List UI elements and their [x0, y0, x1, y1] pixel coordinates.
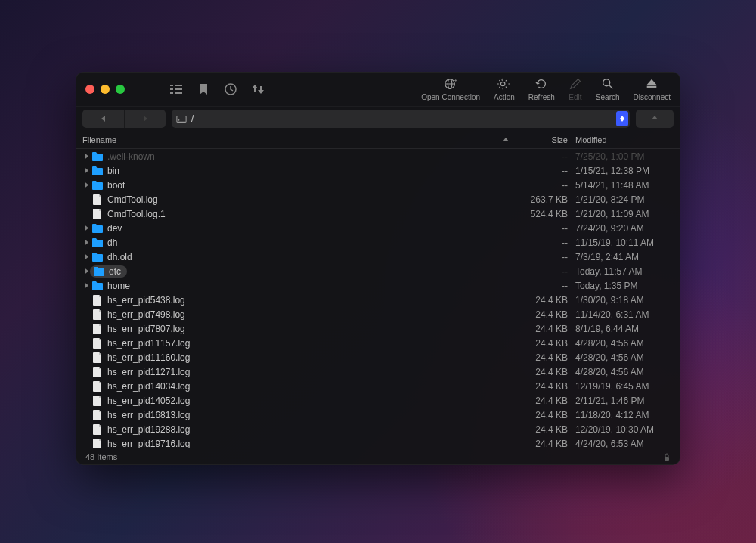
- pencil-icon: [569, 77, 582, 91]
- svg-rect-2: [170, 88, 173, 90]
- minimize-button[interactable]: [101, 85, 110, 94]
- disclosure-triangle[interactable]: [82, 168, 90, 173]
- disclosure-triangle[interactable]: [82, 268, 90, 274]
- drive-icon: [176, 113, 187, 124]
- disclosure-triangle[interactable]: [82, 254, 90, 259]
- svg-rect-15: [177, 116, 186, 123]
- svg-rect-4: [170, 92, 173, 94]
- file-row[interactable]: hs_err_pid14052.log24.4 KB2/11/21, 1:46 …: [76, 393, 680, 408]
- file-row[interactable]: hs_err_pid5438.log24.4 KB1/30/20, 9:18 A…: [76, 293, 680, 307]
- file-row[interactable]: home--Today, 1:35 PM: [76, 278, 680, 293]
- edit-label: Edit: [569, 93, 581, 101]
- navbar: /: [76, 107, 680, 131]
- file-row[interactable]: hs_err_pid7498.log24.4 KB11/14/20, 6:31 …: [76, 307, 680, 321]
- file-name: hs_err_pid7498.log: [107, 309, 185, 320]
- disclosure-triangle[interactable]: [82, 225, 90, 231]
- file-size: 24.4 KB: [515, 324, 575, 334]
- file-modified: 1/21/20, 8:24 PM: [575, 194, 674, 205]
- outline-view-icon[interactable]: [170, 83, 182, 95]
- search-button[interactable]: Search: [596, 77, 620, 101]
- up-button[interactable]: [636, 110, 674, 128]
- file-row[interactable]: dh.old--7/3/19, 2:41 AM: [76, 250, 680, 264]
- file-name: .well-known: [107, 151, 155, 162]
- column-size[interactable]: Size: [515, 135, 575, 144]
- file-row[interactable]: CmdTool.log263.7 KB1/21/20, 8:24 PM: [76, 192, 680, 206]
- svg-rect-5: [175, 92, 182, 94]
- file-modified: 12/20/19, 10:30 AM: [575, 424, 674, 435]
- file-modified: 11/14/20, 6:31 AM: [575, 309, 674, 320]
- open-connection-button[interactable]: + Open Connection: [421, 77, 480, 101]
- file-size: 24.4 KB: [515, 381, 575, 392]
- bookmarks-icon[interactable]: [197, 83, 209, 95]
- file-size: --: [515, 223, 575, 234]
- file-name: hs_err_pid11157.log: [107, 338, 190, 349]
- path-dropdown[interactable]: [616, 111, 628, 126]
- file-modified: 11/18/20, 4:12 AM: [575, 410, 674, 420]
- file-modified: 4/28/20, 4:56 AM: [575, 352, 674, 363]
- file-row[interactable]: hs_err_pid19716.log24.4 KB4/24/20, 6:53 …: [76, 436, 680, 448]
- edit-button: Edit: [569, 77, 582, 101]
- file-name: home: [107, 281, 130, 291]
- file-row[interactable]: hs_err_pid11160.log24.4 KB4/28/20, 4:56 …: [76, 350, 680, 365]
- back-button[interactable]: [82, 110, 124, 128]
- close-button[interactable]: [85, 85, 94, 94]
- column-modified[interactable]: Modified: [575, 135, 674, 144]
- path-text: /: [191, 113, 194, 124]
- file-row[interactable]: dev--7/24/20, 9:20 AM: [76, 221, 680, 235]
- file-name: bin: [107, 166, 119, 176]
- file-size: --: [515, 237, 575, 248]
- toolbar-right: + Open Connection Action Refresh Edit Se…: [421, 77, 671, 101]
- svg-line-13: [609, 85, 612, 89]
- file-name: hs_err_pid16813.log: [107, 410, 190, 420]
- svg-rect-14: [647, 86, 657, 88]
- file-name: dh.old: [107, 252, 132, 262]
- file-name: hs_err_pid7807.log: [107, 324, 185, 334]
- history-icon[interactable]: [225, 83, 237, 95]
- transfers-icon[interactable]: [252, 83, 264, 95]
- forward-button[interactable]: [124, 110, 166, 128]
- file-size: --: [515, 166, 575, 176]
- file-row[interactable]: hs_err_pid14034.log24.4 KB12/19/19, 6:45…: [76, 379, 680, 393]
- file-row[interactable]: hs_err_pid11271.log24.4 KB4/28/20, 4:56 …: [76, 365, 680, 379]
- file-row[interactable]: etc--Today, 11:57 AM: [76, 264, 680, 278]
- file-name: hs_err_pid11160.log: [107, 352, 190, 363]
- disconnect-button[interactable]: Disconnect: [634, 77, 671, 101]
- file-size: --: [515, 252, 575, 262]
- file-size: 24.4 KB: [515, 410, 575, 420]
- file-size: 24.4 KB: [515, 295, 575, 306]
- disclosure-triangle[interactable]: [82, 283, 90, 288]
- file-name: hs_err_pid5438.log: [107, 295, 185, 306]
- file-modified: 1/30/20, 9:18 AM: [575, 295, 674, 306]
- refresh-button[interactable]: Refresh: [528, 77, 555, 101]
- file-modified: Today, 1:35 PM: [575, 281, 674, 291]
- disclosure-triangle[interactable]: [82, 182, 90, 188]
- column-filename[interactable]: Filename: [82, 135, 515, 144]
- file-size: 24.4 KB: [515, 367, 575, 377]
- file-size: 24.4 KB: [515, 309, 575, 320]
- disclosure-triangle[interactable]: [82, 240, 90, 245]
- disclosure-triangle[interactable]: [82, 154, 90, 159]
- file-list[interactable]: .well-known--7/25/20, 1:00 PMbin--1/15/2…: [76, 149, 680, 448]
- item-count: 48 Items: [85, 452, 117, 461]
- eject-icon: [645, 77, 658, 91]
- file-row[interactable]: dh--11/15/19, 10:11 AM: [76, 235, 680, 250]
- lock-icon: [663, 453, 671, 461]
- file-name: hs_err_pid14034.log: [107, 381, 190, 392]
- file-row[interactable]: hs_err_pid19288.log24.4 KB12/20/19, 10:3…: [76, 422, 680, 436]
- file-modified: 7/3/19, 2:41 AM: [575, 252, 674, 262]
- file-row[interactable]: .well-known--7/25/20, 1:00 PM: [76, 149, 680, 163]
- path-bar[interactable]: /: [172, 110, 630, 128]
- file-row[interactable]: hs_err_pid16813.log24.4 KB11/18/20, 4:12…: [76, 408, 680, 422]
- file-modified: 1/21/20, 11:09 AM: [575, 209, 674, 219]
- file-name: dh: [107, 237, 117, 248]
- file-row[interactable]: boot--5/14/21, 11:48 AM: [76, 178, 680, 192]
- file-row[interactable]: CmdTool.log.1524.4 KB1/21/20, 11:09 AM: [76, 206, 680, 221]
- file-row[interactable]: hs_err_pid11157.log24.4 KB4/28/20, 4:56 …: [76, 336, 680, 350]
- file-row[interactable]: hs_err_pid7807.log24.4 KB8/1/19, 6:44 AM: [76, 321, 680, 336]
- svg-point-16: [178, 119, 180, 121]
- maximize-button[interactable]: [116, 85, 125, 94]
- file-size: 524.4 KB: [515, 209, 575, 219]
- action-button[interactable]: Action: [494, 77, 515, 101]
- file-row[interactable]: bin--1/15/21, 12:38 PM: [76, 163, 680, 178]
- file-name: hs_err_pid14052.log: [107, 396, 190, 406]
